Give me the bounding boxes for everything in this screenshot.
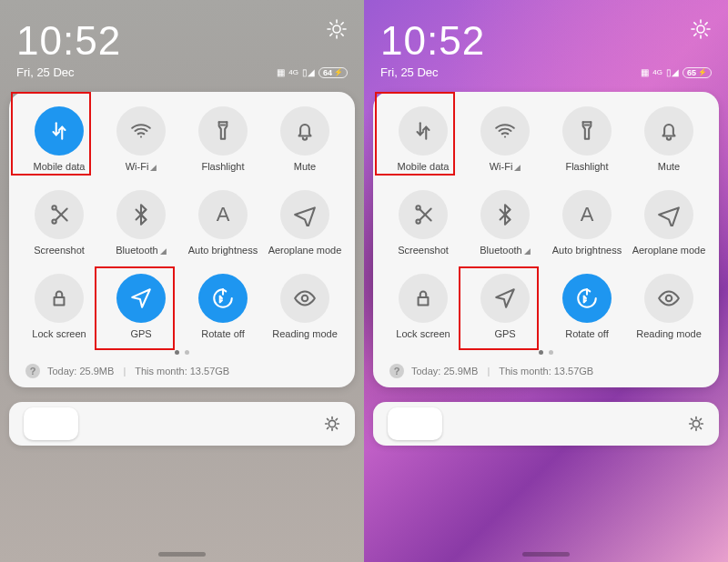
brightness-high-icon (686, 414, 706, 434)
mobile-data-icon[interactable] (35, 106, 84, 156)
qs-tile-rotate[interactable]: Rotate off (546, 272, 628, 341)
qs-tile-label: Wi-Fi◢ (490, 161, 521, 172)
qs-tile-label: Mobile data (34, 161, 86, 172)
lock-screen-icon[interactable] (35, 274, 84, 323)
wifi-icon[interactable] (480, 106, 530, 156)
lock-screen-icon[interactable] (399, 274, 448, 323)
reading-icon[interactable] (280, 274, 329, 323)
qs-tile-mute[interactable]: Mute (264, 105, 346, 174)
qs-tile-label: Lock screen (396, 328, 450, 339)
brightness-thumb[interactable] (388, 407, 442, 440)
status-system-icons: ▦4G▯◢ 65⚡ (641, 67, 712, 78)
qs-tile-label: Bluetooth◢ (480, 245, 530, 256)
clock-time: 10:52 (16, 18, 121, 64)
qs-tile-flashlight[interactable]: Flashlight (182, 105, 264, 174)
qs-tile-auto-brightness[interactable]: AAuto brightness (182, 188, 264, 257)
qs-tile-reading[interactable]: Reading mode (264, 272, 346, 341)
qs-tile-label: Flashlight (565, 161, 608, 172)
data-usage-row[interactable]: ? Today: 25.9MB | This month: 13.57GB (382, 360, 710, 380)
qs-tile-label: Reading mode (272, 328, 338, 339)
qs-tile-bluetooth[interactable]: Bluetooth◢ (464, 188, 546, 257)
aeroplane-icon[interactable] (280, 190, 329, 239)
qs-tile-auto-brightness[interactable]: AAuto brightness (546, 188, 628, 257)
qs-tile-label: Auto brightness (188, 245, 258, 256)
mute-icon[interactable] (280, 106, 329, 156)
qs-tile-label: GPS (130, 328, 151, 339)
flashlight-icon[interactable] (562, 106, 612, 156)
qs-tile-label: Flashlight (201, 161, 244, 172)
gps-icon[interactable] (116, 274, 166, 323)
qs-tile-lock-screen[interactable]: Lock screen (18, 272, 100, 341)
quick-settings-panel: Mobile dataWi-Fi◢FlashlightMuteScreensho… (373, 92, 719, 387)
qs-tile-wifi[interactable]: Wi-Fi◢ (464, 105, 546, 174)
qs-tile-label: Screenshot (34, 245, 85, 256)
screenshot-icon[interactable] (399, 190, 448, 239)
qs-tile-label: Mobile data (398, 161, 450, 172)
qs-tile-label: Rotate off (201, 328, 245, 339)
qs-tile-screenshot[interactable]: Screenshot (382, 188, 464, 257)
usage-today: Today: 25.9MB (47, 366, 114, 376)
settings-gear-icon[interactable] (326, 18, 348, 40)
qs-tile-flashlight[interactable]: Flashlight (546, 105, 628, 174)
screenshot-right: 10:52 Fri, 25 Dec ▦4G▯◢ 65⚡ Mobile dataW… (364, 0, 728, 562)
drag-handle[interactable] (522, 552, 570, 557)
auto-brightness-icon[interactable]: A (562, 190, 612, 239)
quick-settings-panel: Mobile dataWi-Fi◢FlashlightMuteScreensho… (9, 92, 355, 387)
qs-tile-lock-screen[interactable]: Lock screen (382, 272, 464, 341)
rotate-icon[interactable] (562, 274, 612, 323)
qs-tile-wifi[interactable]: Wi-Fi◢ (100, 105, 182, 174)
mobile-data-icon[interactable] (399, 106, 448, 156)
brightness-high-icon (322, 414, 342, 434)
info-icon: ? (25, 364, 40, 378)
info-icon: ? (389, 364, 404, 378)
rotate-icon[interactable] (198, 274, 248, 323)
screenshot-left: 10:52 Fri, 25 Dec ▦4G▯◢ 64⚡ Mobile dataW… (0, 0, 364, 562)
qs-tile-label: Screenshot (398, 245, 449, 256)
qs-tile-label: Lock screen (32, 328, 86, 339)
qs-tile-reading[interactable]: Reading mode (628, 272, 710, 341)
usage-today: Today: 25.9MB (411, 366, 478, 376)
qs-tile-gps[interactable]: GPS (464, 272, 546, 341)
qs-tile-mute[interactable]: Mute (628, 105, 710, 174)
flashlight-icon[interactable] (198, 106, 248, 156)
qs-tile-aeroplane[interactable]: Aeroplane mode (264, 188, 346, 257)
bluetooth-icon[interactable] (116, 190, 166, 239)
qs-tile-bluetooth[interactable]: Bluetooth◢ (100, 188, 182, 257)
qs-tile-label: Auto brightness (552, 245, 622, 256)
aeroplane-icon[interactable] (644, 190, 693, 239)
mute-icon[interactable] (644, 106, 693, 156)
qs-tile-label: Reading mode (636, 328, 702, 339)
auto-brightness-icon[interactable]: A (198, 190, 248, 239)
qs-tile-mobile-data[interactable]: Mobile data (382, 105, 464, 174)
qs-tile-mobile-data[interactable]: Mobile data (18, 105, 100, 174)
brightness-thumb[interactable] (24, 407, 78, 440)
qs-tile-screenshot[interactable]: Screenshot (18, 188, 100, 257)
reading-icon[interactable] (644, 274, 693, 323)
qs-tile-label: Rotate off (565, 328, 609, 339)
screenshot-icon[interactable] (35, 190, 84, 239)
wifi-icon[interactable] (116, 106, 166, 156)
status-date: Fri, 25 Dec (16, 65, 75, 79)
brightness-slider[interactable] (9, 402, 355, 446)
qs-tile-gps[interactable]: GPS (100, 272, 182, 341)
usage-month: This month: 13.57GB (499, 366, 593, 376)
qs-tile-label: Aeroplane mode (268, 245, 342, 256)
qs-tile-label: GPS (494, 328, 515, 339)
qs-tile-label: Mute (658, 161, 680, 172)
qs-tile-label: Aeroplane mode (632, 245, 706, 256)
settings-gear-icon[interactable] (690, 18, 712, 40)
page-indicator (382, 350, 710, 355)
drag-handle[interactable] (158, 552, 206, 557)
page-indicator (18, 350, 346, 355)
qs-tile-aeroplane[interactable]: Aeroplane mode (628, 188, 710, 257)
qs-tile-rotate[interactable]: Rotate off (182, 272, 264, 341)
qs-tile-label: Wi-Fi◢ (126, 161, 157, 172)
bluetooth-icon[interactable] (480, 190, 530, 239)
status-date: Fri, 25 Dec (380, 65, 439, 79)
brightness-slider[interactable] (373, 402, 719, 446)
gps-icon[interactable] (480, 274, 530, 323)
battery-pill: 65⚡ (682, 67, 712, 78)
qs-tile-label: Bluetooth◢ (116, 245, 166, 256)
data-usage-row[interactable]: ? Today: 25.9MB | This month: 13.57GB (18, 360, 346, 380)
usage-month: This month: 13.57GB (135, 366, 229, 376)
